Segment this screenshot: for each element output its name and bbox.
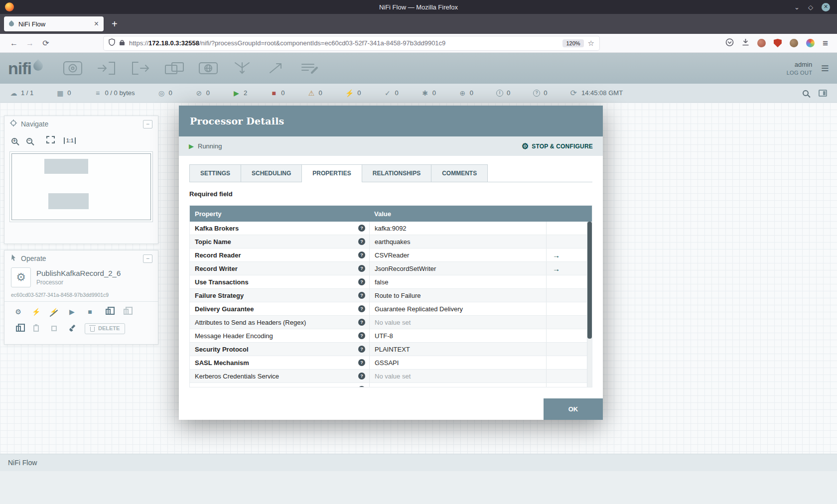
help-icon[interactable]: ? [358,386,365,387]
navigate-collapse-button[interactable]: − [143,120,152,128]
copy-button[interactable] [11,322,25,335]
help-icon[interactable]: ? [358,238,365,245]
tab-comments[interactable]: COMMENTS [431,164,488,182]
zoom-actual-size-icon[interactable]: 1:1 [64,137,76,144]
tab-settings[interactable]: SETTINGS [189,164,241,182]
window-close-icon[interactable]: × [822,3,830,11]
birdseye-minimap[interactable] [9,151,153,222]
breadcrumb[interactable]: NiFi Flow [8,459,37,467]
property-value[interactable]: JsonRecordSetWriter [369,262,546,275]
go-to-service-icon[interactable]: → [553,264,560,273]
property-value[interactable]: false [369,275,546,288]
help-icon[interactable]: ? [358,319,365,326]
stop-configure-button[interactable]: ⚙ STOP & CONFIGURE [522,141,593,151]
property-row[interactable]: Message Header Encoding ? UTF-8 → [190,329,592,343]
property-row[interactable]: Record Writer ? JsonRecordSetWriter → [190,262,592,275]
label-icon[interactable] [299,60,321,77]
account-avatar-icon[interactable] [757,39,766,47]
paste-button[interactable] [29,322,43,335]
download-icon[interactable] [742,38,749,48]
processor-icon[interactable] [62,60,84,77]
property-row[interactable]: Kerberos Credentials Service ? No value … [190,370,592,383]
help-icon[interactable]: ? [358,346,365,353]
new-tab-button[interactable]: + [112,18,118,30]
property-value[interactable]: Guarantee Replicated Delivery [369,302,546,315]
forward-button[interactable]: → [22,39,38,48]
operate-collapse-button[interactable]: − [143,254,152,263]
ublock-extension-icon[interactable] [774,39,782,47]
ok-button[interactable]: OK [544,398,603,420]
property-value[interactable]: PLAINTEXT [369,343,546,356]
zoom-in-icon[interactable] [11,138,17,144]
property-value[interactable]: No value set [369,370,546,382]
reload-button[interactable]: ⟳ [38,38,54,48]
bookmark-star-icon[interactable]: ☆ [588,39,594,48]
property-row[interactable]: SASL Mechanism ? GSSAPI → [190,356,592,370]
lock-icon[interactable] [119,39,125,48]
property-value[interactable]: UTF-8 [369,329,546,342]
property-row[interactable]: Topic Name ? earthquakes → [190,235,592,249]
property-row[interactable]: Failure Strategy ? Route to Failure → [190,289,592,302]
configure-button[interactable]: ⚙ [11,305,25,318]
help-icon[interactable]: ? [358,225,365,232]
zoom-level-badge[interactable]: 120% [562,39,583,47]
help-icon[interactable]: ? [358,359,365,366]
zoom-fit-icon[interactable] [46,136,55,145]
property-row[interactable]: ? → [190,383,592,387]
profile-avatar-icon[interactable] [790,39,798,47]
property-value[interactable]: Route to Failure [369,289,546,302]
help-icon[interactable]: ? [358,278,365,285]
template-icon[interactable] [265,60,287,77]
browser-menu-icon[interactable]: ≡ [823,38,828,49]
help-icon[interactable]: ? [358,292,365,299]
tab-close-icon[interactable]: × [94,19,99,28]
window-minimize-icon[interactable]: ⌄ [794,3,800,11]
help-icon[interactable]: ? [358,332,365,339]
group-button[interactable] [47,322,61,335]
property-row[interactable]: Attributes to Send as Headers (Regex) ? … [190,316,592,329]
back-button[interactable]: ← [6,39,22,48]
zoom-out-icon[interactable] [26,138,32,144]
help-icon[interactable]: ? [358,373,365,379]
property-value[interactable] [369,383,546,387]
help-icon[interactable]: ? [358,305,365,312]
panel-toggle-icon[interactable] [819,90,827,97]
process-group-icon[interactable] [163,60,185,77]
search-icon[interactable] [803,90,809,96]
fill-color-button[interactable] [65,322,79,335]
refresh-icon[interactable]: ⟳ [570,88,577,98]
remote-process-group-icon[interactable] [197,60,219,77]
help-icon[interactable]: ? [358,265,365,272]
property-value[interactable]: No value set [369,316,546,329]
delete-button[interactable]: DELETE [85,323,125,334]
property-value[interactable]: earthquakes [369,235,546,248]
logout-link[interactable]: LOG OUT [787,70,813,76]
tab-relationships[interactable]: RELATIONSHIPS [362,164,431,182]
disable-button[interactable]: ⚡ [47,305,61,318]
property-row[interactable]: Security Protocol ? PLAINTEXT → [190,343,592,356]
create-template-icon[interactable] [101,305,115,318]
go-to-service-icon[interactable]: → [553,251,560,259]
property-row[interactable]: Delivery Guarantee ? Guarantee Replicate… [190,302,592,316]
property-row[interactable]: Use Transactions ? false → [190,275,592,289]
global-menu-icon[interactable]: ≡ [821,62,829,75]
url-bar[interactable]: https://172.18.0.3:32558/nifi/?processGr… [104,36,599,50]
property-value[interactable]: kafka:9092 [369,222,546,235]
property-row[interactable]: Record Reader ? CSVReader → [190,249,592,262]
stop-button[interactable]: ■ [83,305,97,318]
window-maximize-icon[interactable]: ◇ [808,3,813,11]
output-port-icon[interactable] [130,60,151,77]
help-icon[interactable]: ? [358,252,365,258]
property-value[interactable]: GSSAPI [369,356,546,369]
funnel-icon[interactable] [231,60,253,77]
input-port-icon[interactable] [96,60,118,77]
property-row[interactable]: Kafka Brokers ? kafka:9092 → [190,222,592,235]
browser-tab-nifi-flow[interactable]: NiFi Flow × [4,16,104,31]
scrollbar-thumb[interactable] [587,222,592,339]
start-button[interactable]: ▶ [65,305,79,318]
shield-icon[interactable] [109,38,115,48]
enable-button[interactable]: ⚡ [29,305,43,318]
tab-properties[interactable]: PROPERTIES [301,164,362,182]
table-scrollbar[interactable] [587,222,592,387]
upload-template-icon[interactable] [119,305,133,318]
